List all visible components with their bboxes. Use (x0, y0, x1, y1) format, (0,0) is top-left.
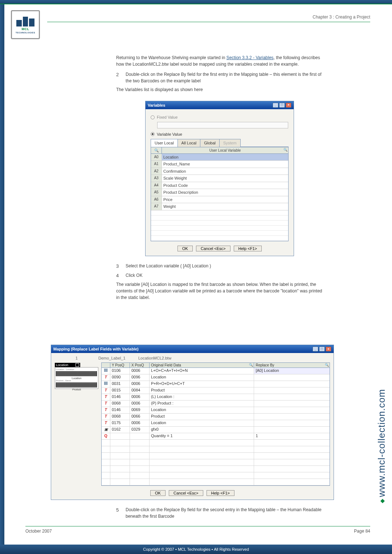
variables-title-text: Variables (148, 102, 165, 108)
preview-hdr1: Location : Location (56, 368, 97, 370)
table-row[interactable]: A2Confirmation (151, 168, 288, 175)
table-row[interactable]: A4Product Code (151, 182, 288, 189)
close-icon[interactable]: × (286, 103, 291, 108)
fixed-value-input[interactable] (157, 122, 288, 128)
table-row[interactable]: ▣01620329gfx0 (102, 427, 330, 433)
table-row[interactable]: ||||00310006P+R+O+D+U+C+T (102, 381, 330, 387)
after-step4: The variable [A0] Location is mapped to … (116, 281, 323, 301)
step-4: 4 Click OK (116, 272, 323, 279)
table-row[interactable]: A6Price (151, 196, 288, 204)
barcode-icon: |||| (102, 368, 110, 374)
window-controls: _ □ × (273, 103, 291, 108)
window-controls: _ □ × (313, 346, 331, 352)
table-row[interactable]: T01460069Location (102, 407, 330, 414)
table-row[interactable]: T01750006Location (102, 420, 330, 427)
radio-fixed-value[interactable]: Fixed Value (151, 114, 289, 120)
blank-row (151, 221, 288, 226)
side-url: www.mcl-collection.com (376, 345, 385, 497)
label-preview: Location Location : Location Location Pr… (55, 362, 98, 486)
mapping-body: 1 Demo_Label_1 LocationMCL2.btw Location… (51, 353, 334, 500)
search-icon[interactable]: 🔍 (325, 363, 329, 367)
table-row[interactable]: A0Location (151, 154, 288, 161)
blank-row (102, 466, 330, 472)
image-icon: ▣ (102, 427, 110, 433)
step-4-text: Click OK (126, 272, 323, 279)
mapping-window-wrapper: Mapping (Replace Label Fields with Varia… (51, 340, 334, 504)
help-button[interactable]: Help <F1> (207, 490, 234, 496)
table-row[interactable]: A5Product Description (151, 189, 288, 196)
step-2-text: Double-click on the Replace By field for… (126, 71, 323, 84)
maximize-icon[interactable]: □ (279, 103, 285, 108)
blank-row (102, 479, 330, 485)
table-row[interactable]: A7Weight (151, 203, 288, 210)
copyright-bar: Copyright © 2007 • MCL Technologies • Al… (0, 545, 392, 554)
text-icon: T (102, 387, 110, 394)
table-row[interactable]: T00680066Product (102, 414, 330, 420)
blank-row (151, 231, 288, 236)
cancel-button[interactable]: Cancel <Esc> (169, 490, 203, 496)
preview-square-icon (75, 363, 79, 367)
blank-row (151, 210, 288, 216)
side-diamond-icon (380, 499, 385, 503)
step-2: 2 Double-click on the Replace By field f… (116, 71, 323, 84)
preview-black-text: Location (56, 363, 68, 367)
step-3: 3 Select the Location variable ( [A0] Lo… (116, 263, 323, 270)
section-link[interactable]: Section 3.3.2 - Variables (226, 55, 274, 60)
minimize-icon[interactable]: _ (273, 103, 278, 108)
ok-button[interactable]: OK (150, 490, 166, 496)
col-xpos-header[interactable]: X PosQ (130, 363, 150, 368)
tab-user-local[interactable]: User Local (151, 139, 178, 147)
table-row[interactable]: A1Product_Name (151, 161, 288, 168)
text-icon: T (102, 407, 110, 413)
logo-bars-icon (16, 16, 34, 26)
variables-window: Variables _ □ × Fixed Value Variable Val… (145, 101, 294, 256)
mapping-file-name: LocationMCL2.btw (138, 356, 171, 360)
step-5-num: 5 (116, 506, 126, 520)
table-row[interactable]: QQuantity = 11 (102, 433, 330, 440)
tab-global[interactable]: Global (200, 139, 220, 147)
text-icon: T (102, 401, 110, 407)
radio-variable-label: Variable Value (157, 131, 182, 138)
search-icon[interactable]: 🔍 (249, 363, 253, 367)
variables-table: 🔍 User Local Variable🔍 A0Location A1Prod… (151, 147, 289, 241)
intro-para: Returning to the Warehouse Shelving exam… (116, 54, 323, 67)
mapping-table: Y PosQ X PosQ Original Field Data🔍 Repla… (101, 362, 330, 486)
col-replaceby-header[interactable]: Replace By🔍 (254, 363, 330, 368)
mapping-window: Mapping (Replace Label Fields with Varia… (51, 345, 334, 500)
cancel-button[interactable]: Cancel <Esc> (196, 246, 230, 251)
variables-titlebar[interactable]: Variables _ □ × (146, 101, 294, 109)
col-var-header[interactable]: User Local Variable🔍 (162, 147, 288, 153)
help-button[interactable]: Help <F1> (234, 246, 262, 251)
tab-all-local[interactable]: All Local (177, 139, 201, 147)
page-top-bar (0, 0, 392, 4)
col-icon-header[interactable] (102, 363, 110, 368)
step-4-num: 4 (116, 272, 126, 279)
table-row[interactable]: T01460006(L) Location : (102, 394, 330, 401)
close-icon[interactable]: × (326, 346, 331, 352)
preview-thumb[interactable]: Location : Location Location Product : N… (55, 367, 98, 389)
maximize-icon[interactable]: □ (319, 346, 325, 352)
col-original-header[interactable]: Original Field Data🔍 (150, 363, 254, 368)
table-row[interactable]: T00680006(P) Product : (102, 401, 330, 407)
intro-text-a: Returning to the Warehouse Shelving exam… (116, 55, 226, 60)
table-row[interactable]: T00150084Product (102, 387, 330, 394)
ok-button[interactable]: OK (177, 246, 193, 251)
radio-variable-value[interactable]: Variable Value (151, 131, 289, 138)
table-row[interactable]: A3Scale Weight (151, 175, 288, 182)
blank-row (102, 472, 330, 479)
mapping-titlebar[interactable]: Mapping (Replace Label Fields with Varia… (51, 345, 334, 353)
blank-row (151, 226, 288, 231)
table-row[interactable]: ||||01060006L+O+C+A+T+I+O+N[A0] Location (102, 368, 330, 374)
footer-row: October 2007 Page 84 (25, 529, 370, 534)
mapping-index: 1 (55, 356, 98, 360)
minimize-icon[interactable]: _ (313, 346, 318, 352)
col-id-header[interactable]: 🔍 (151, 147, 162, 153)
search-icon[interactable]: 🔍 (283, 148, 287, 153)
step-3-num: 3 (116, 263, 126, 270)
blank-row (102, 453, 330, 459)
variables-buttons: OK Cancel <Esc> Help <F1> (151, 246, 289, 252)
col-ypos-header[interactable]: Y PosQ (110, 363, 130, 368)
preview-cap1: Location (56, 377, 97, 379)
table-row[interactable]: T00900096Location (102, 374, 330, 381)
tab-system[interactable]: System (219, 139, 241, 147)
